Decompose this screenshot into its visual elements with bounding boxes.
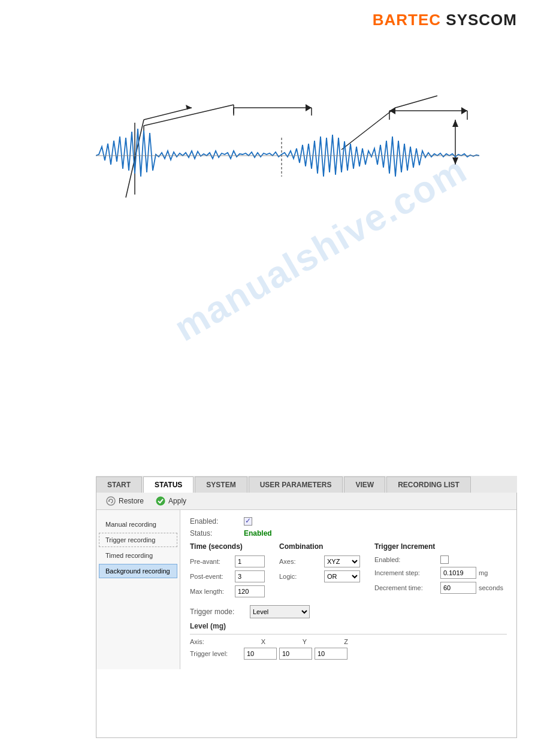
trigger-mode-select[interactable]: Level Edge xyxy=(250,605,310,618)
enabled-checkbox[interactable] xyxy=(244,517,252,526)
bartec-text: BARTEC xyxy=(373,11,441,29)
trigger-mode-row: Trigger mode: Level Edge xyxy=(190,605,507,618)
ti-decrement-time-input[interactable] xyxy=(440,582,476,594)
axis-label: Axis: xyxy=(190,638,244,645)
combination-section: Combination Axes: XYZ X Y Z Logic: xyxy=(279,542,360,600)
svg-point-24 xyxy=(107,497,115,505)
axis-z-header: Z xyxy=(327,638,365,645)
tab-view[interactable]: VIEW xyxy=(344,476,385,494)
apply-icon xyxy=(156,496,165,506)
ti-enabled-row: Enabled: xyxy=(374,555,503,564)
status-label: Status: xyxy=(190,529,244,538)
svg-marker-8 xyxy=(306,104,312,111)
axis-y-header: Y xyxy=(285,638,324,645)
tab-bar: START STATUS SYSTEM USER PARAMETERS VIEW… xyxy=(96,476,517,494)
content-area: Manual recording Trigger recording Timed… xyxy=(96,510,516,669)
apply-label: Apply xyxy=(168,497,186,505)
ti-decrement-time-label: Decrement time: xyxy=(374,584,440,591)
waveform-diagram xyxy=(96,60,479,251)
time-section: Time (seconds) Pre-avant: Post-event: Ma… xyxy=(190,542,265,600)
ti-decrement-time-unit: seconds xyxy=(479,584,503,591)
axes-select[interactable]: XYZ X Y Z xyxy=(324,555,360,567)
tab-status[interactable]: STATUS xyxy=(143,476,194,494)
trigger-level-x-input[interactable] xyxy=(244,648,277,660)
tab-user-parameters[interactable]: USER PARAMETERS xyxy=(249,476,343,494)
trigger-level-z-input[interactable] xyxy=(315,648,347,660)
logic-select[interactable]: OR AND xyxy=(324,570,360,582)
pre-event-input[interactable] xyxy=(235,555,265,567)
header: BARTEC SYSCOM xyxy=(373,11,517,29)
level-title: Level (mg) xyxy=(190,622,507,630)
svg-line-11 xyxy=(341,108,395,150)
svg-line-12 xyxy=(395,96,437,108)
time-section-title: Time (seconds) xyxy=(190,542,265,551)
ti-enabled-checkbox[interactable] xyxy=(440,555,449,564)
enabled-row: Enabled: xyxy=(190,517,507,526)
ti-increment-step-unit: mg xyxy=(479,569,488,576)
trigger-level-row: Trigger level: xyxy=(190,648,507,660)
enabled-label: Enabled: xyxy=(190,517,244,526)
pre-event-row: Pre-avant: xyxy=(190,555,265,567)
sidebar-item-background-recording[interactable]: Background recording xyxy=(99,564,177,578)
sections-row: Time (seconds) Pre-avant: Post-event: Ma… xyxy=(190,542,507,600)
max-length-label: Max length: xyxy=(190,588,235,595)
restore-label: Restore xyxy=(119,497,144,505)
trigger-increment-section: Trigger Increment Enabled: Increment ste… xyxy=(374,542,503,600)
axis-x-header: X xyxy=(244,638,283,645)
ti-decrement-time-row: Decrement time: seconds xyxy=(374,582,503,594)
main-panel: Restore Apply Manual recording Trigger r… xyxy=(96,493,517,738)
post-event-row: Post-event: xyxy=(190,570,265,582)
form-area: Enabled: Status: Enabled Time (seconds) … xyxy=(180,510,516,669)
restore-button[interactable]: Restore xyxy=(106,496,144,506)
tab-system[interactable]: SYSTEM xyxy=(195,476,247,494)
tab-recording-list[interactable]: RECORDING LIST xyxy=(386,476,471,494)
svg-marker-20 xyxy=(452,157,458,165)
sidebar-item-timed-recording[interactable]: Timed recording xyxy=(99,548,177,563)
syscom-text: SYSCOM xyxy=(446,11,517,29)
logic-label: Logic: xyxy=(279,573,324,580)
apply-button[interactable]: Apply xyxy=(156,496,186,506)
ti-increment-step-input[interactable] xyxy=(440,567,476,579)
ti-increment-step-label: Increment step: xyxy=(374,569,440,576)
sidebar: Manual recording Trigger recording Timed… xyxy=(96,510,180,669)
level-section: Level (mg) Axis: X Y Z Trigger level: xyxy=(190,622,507,660)
status-row: Status: Enabled xyxy=(190,529,507,538)
svg-marker-16 xyxy=(389,107,395,114)
axes-row: Axes: XYZ X Y Z xyxy=(279,555,360,567)
level-divider xyxy=(190,634,507,634)
pre-event-label: Pre-avant: xyxy=(190,558,235,565)
axes-label: Axes: xyxy=(279,558,324,565)
trigger-level-label: Trigger level: xyxy=(190,650,244,657)
post-event-label: Post-event: xyxy=(190,573,235,580)
ti-enabled-label: Enabled: xyxy=(374,556,440,563)
trigger-increment-title: Trigger Increment xyxy=(374,542,503,551)
svg-marker-25 xyxy=(108,500,110,502)
status-value: Enabled xyxy=(244,529,272,538)
sidebar-item-manual-recording[interactable]: Manual recording xyxy=(99,517,177,532)
combination-title: Combination xyxy=(279,542,360,551)
svg-marker-19 xyxy=(452,120,458,127)
svg-line-2 xyxy=(144,108,192,120)
toolbar: Restore Apply xyxy=(96,493,516,510)
svg-marker-17 xyxy=(461,107,467,114)
max-length-row: Max length: xyxy=(190,585,265,597)
trigger-level-y-input[interactable] xyxy=(279,648,312,660)
sidebar-item-trigger-recording[interactable]: Trigger recording xyxy=(99,533,177,547)
ti-increment-step-row: Increment step: mg xyxy=(374,567,503,579)
tab-start[interactable]: START xyxy=(96,476,142,494)
axis-header-row: Axis: X Y Z xyxy=(190,638,507,645)
logic-row: Logic: OR AND xyxy=(279,570,360,582)
trigger-mode-label: Trigger mode: xyxy=(190,608,250,616)
svg-point-26 xyxy=(156,497,165,505)
max-length-input[interactable] xyxy=(235,585,265,597)
post-event-input[interactable] xyxy=(235,570,265,582)
restore-icon xyxy=(106,496,116,506)
